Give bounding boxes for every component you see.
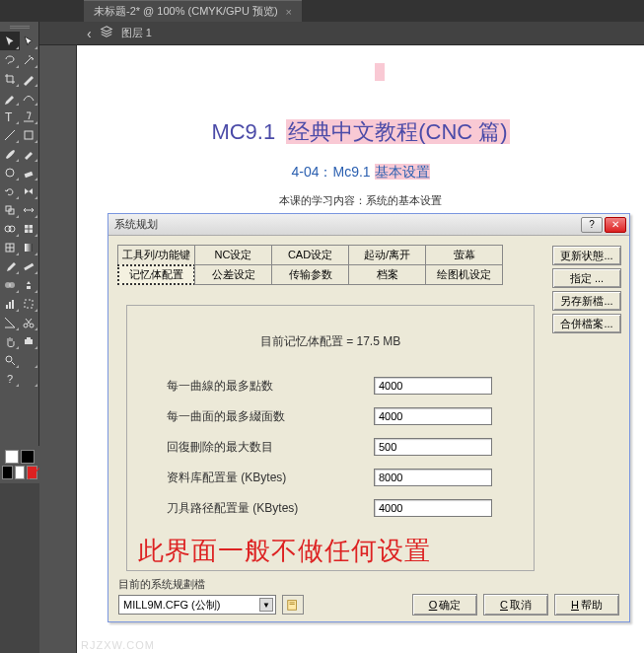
tool-lasso[interactable] <box>0 50 20 69</box>
field-label: 回復刪除的最大数目 <box>167 439 374 456</box>
field-input-4[interactable] <box>374 499 492 517</box>
help-action-button[interactable]: H帮助 <box>554 594 619 616</box>
tool-hand[interactable] <box>0 331 20 350</box>
field-input-2[interactable] <box>374 438 492 456</box>
tool-help[interactable]: ? <box>0 369 20 388</box>
tool-symbol[interactable] <box>20 275 39 294</box>
field-label: 每一曲面的最多綴面数 <box>167 408 374 425</box>
field-row-2: 回復刪除的最大数目 <box>167 438 512 456</box>
document-tab[interactable]: 未标题-2* @ 100% (CMYK/GPU 预览) × <box>84 0 302 22</box>
chevron-down-icon[interactable]: ▼ <box>259 598 273 612</box>
tool-shaper[interactable] <box>0 163 20 181</box>
side-button-0[interactable]: 更新状態... <box>552 246 621 265</box>
layers-stack-icon[interactable] <box>100 25 113 42</box>
tool-blend[interactable] <box>0 275 20 294</box>
toolbox-grip[interactable] <box>0 22 38 32</box>
tool-artboard[interactable] <box>20 294 39 313</box>
tool-rotate[interactable] <box>0 181 20 200</box>
field-input-0[interactable] <box>374 377 492 395</box>
tool-column[interactable] <box>0 294 20 313</box>
side-button-2[interactable]: 另存新檔... <box>552 291 621 311</box>
tool-mesh[interactable] <box>0 238 20 256</box>
field-input-1[interactable] <box>374 407 492 425</box>
tool-pencil[interactable] <box>20 144 39 163</box>
tool-type[interactable]: T <box>0 107 20 125</box>
tab-9[interactable]: 绘图机设定 <box>425 264 503 285</box>
highlight-mark <box>375 63 385 81</box>
tool-move[interactable] <box>0 32 20 50</box>
swatch-a[interactable] <box>2 466 13 479</box>
layers-bar: ‹ 图层 1 <box>0 22 644 45</box>
field-row-1: 每一曲面的最多綴面数 <box>167 407 512 425</box>
tool-reflect[interactable] <box>20 181 39 200</box>
svg-point-22 <box>6 356 12 362</box>
close-button[interactable]: ✕ <box>605 217 626 233</box>
tool-brush[interactable] <box>0 144 20 163</box>
left-gutter <box>39 45 77 653</box>
swatch-c[interactable] <box>27 466 37 479</box>
field-row-4: 刀具路径配置量 (KBytes) <box>167 499 512 517</box>
svg-rect-16 <box>12 300 14 309</box>
layers-label[interactable]: 图层 1 <box>121 26 152 40</box>
tool-crop[interactable] <box>0 69 20 88</box>
config-file-value: MILL9M.CFG (公制) <box>123 598 220 613</box>
tab-6[interactable]: 公差设定 <box>194 264 272 285</box>
tool-cut[interactable] <box>20 313 39 331</box>
ok-button[interactable]: O确定 <box>412 594 477 616</box>
field-row-0: 每一曲線的最多點数 <box>167 377 512 395</box>
svg-rect-10 <box>25 244 33 252</box>
tool-blank2[interactable] <box>20 369 39 388</box>
side-button-1[interactable]: 指定 ... <box>552 268 621 288</box>
tool-eyedropper[interactable] <box>0 256 20 275</box>
tool-pen[interactable] <box>0 88 20 107</box>
tab-1[interactable]: NC设定 <box>194 245 272 265</box>
tool-wand[interactable] <box>20 50 39 69</box>
config-file-label: 目前的系统规劃檔 <box>118 577 619 592</box>
tool-gradient[interactable] <box>20 238 39 256</box>
tool-print[interactable] <box>20 331 39 350</box>
dialog-titlebar[interactable]: 系统规划 ? ✕ <box>108 214 629 236</box>
tool-scale[interactable] <box>0 200 20 219</box>
tool-curvature[interactable] <box>20 88 39 107</box>
system-plan-dialog: 系统规划 ? ✕ 工具列/功能键NC设定CAD设定起动/离开萤幕记忆体配置公差设… <box>107 213 630 622</box>
swatch-b[interactable] <box>15 466 26 479</box>
side-button-3[interactable]: 合併檔案... <box>552 314 621 333</box>
fg-swatch[interactable] <box>5 450 19 464</box>
svg-rect-17 <box>25 300 33 308</box>
svg-text:?: ? <box>7 373 13 385</box>
tool-type-line[interactable] <box>20 107 39 125</box>
svg-text:T: T <box>5 110 13 123</box>
tool-live-paint[interactable] <box>20 219 39 238</box>
tab-7[interactable]: 传输参数 <box>271 264 349 285</box>
tool-rect[interactable] <box>20 125 39 144</box>
tool-line[interactable] <box>0 125 20 144</box>
svg-point-7 <box>9 226 15 232</box>
tab-4[interactable]: 萤幕 <box>425 245 503 265</box>
field-label: 资料库配置量 (KBytes) <box>167 470 374 486</box>
tool-eraser[interactable] <box>20 163 39 181</box>
tool-slice[interactable] <box>20 69 39 88</box>
tab-0[interactable]: 工具列/功能键 <box>117 245 195 265</box>
config-file-combo[interactable]: MILL9M.CFG (公制) ▼ <box>118 595 276 615</box>
tool-shape-builder[interactable] <box>0 219 20 238</box>
tab-8[interactable]: 档案 <box>348 264 426 285</box>
memory-groupbox: 目前记忆体配置 = 17.5 MB 每一曲線的最多點数每一曲面的最多綴面数回復刪… <box>126 305 535 571</box>
tool-slice-tool[interactable] <box>0 313 20 331</box>
tool-arrow-dark[interactable] <box>20 32 39 50</box>
tool-blank[interactable] <box>20 350 39 369</box>
bg-swatch[interactable] <box>21 450 35 464</box>
cancel-button[interactable]: C取消 <box>483 594 548 616</box>
tool-zoom[interactable] <box>0 350 20 369</box>
help-button[interactable]: ? <box>581 217 603 233</box>
browse-file-button[interactable] <box>282 595 304 615</box>
tab-5[interactable]: 记忆体配置 <box>117 264 195 285</box>
svg-point-13 <box>9 282 15 288</box>
side-buttons: 更新状態...指定 ...另存新檔...合併檔案... <box>552 246 621 333</box>
tab-3[interactable]: 起动/离开 <box>348 245 426 265</box>
tool-width[interactable] <box>20 200 39 219</box>
chevron-left-icon[interactable]: ‹ <box>87 26 92 41</box>
close-icon[interactable]: × <box>286 6 292 18</box>
tab-2[interactable]: CAD设定 <box>271 245 349 265</box>
tool-measure[interactable] <box>20 256 39 275</box>
field-input-3[interactable] <box>374 469 492 486</box>
